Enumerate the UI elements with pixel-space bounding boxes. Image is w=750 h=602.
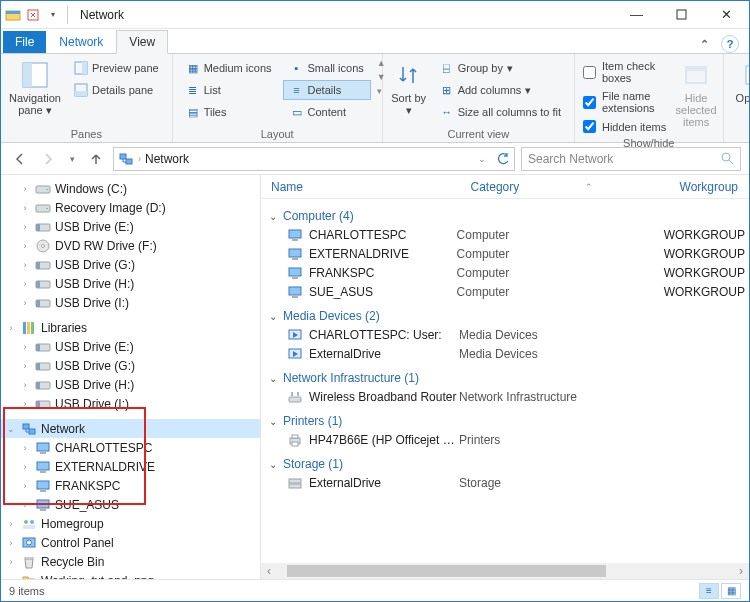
file-name-extensions-toggle[interactable]: File name extensions [581,88,672,116]
expand-icon[interactable]: › [19,481,31,491]
group-header[interactable]: ⌄Computer (4) [269,201,745,225]
list-item[interactable]: ExternalDrive Media Devices [269,344,745,363]
tree-item[interactable]: › Recovery Image (D:) [1,198,260,217]
collapse-group-icon[interactable]: ⌄ [269,459,277,470]
expand-icon[interactable]: › [19,380,31,390]
expand-icon[interactable]: › [19,184,31,194]
column-category[interactable]: Category⌃ [461,175,670,198]
refresh-button[interactable] [496,152,510,166]
collapse-group-icon[interactable]: ⌄ [269,373,277,384]
expand-icon[interactable]: › [19,462,31,472]
expand-icon[interactable]: › [19,399,31,409]
tree-item[interactable]: › Windows (C:) [1,179,260,198]
address-dropdown-icon[interactable]: ⌄ [472,154,492,164]
expand-icon[interactable]: › [5,538,17,548]
tree-item[interactable]: › USB Drive (E:) [1,217,260,236]
item-check-boxes-toggle[interactable]: Item check boxes [581,58,672,86]
column-name[interactable]: Name [261,175,461,198]
add-columns-button[interactable]: ⊞Add columns ▾ [433,80,568,100]
content-body[interactable]: ⌄Computer (4) CHARLOTTESPC Computer WORK… [261,199,749,563]
scroll-thumb[interactable] [287,565,606,577]
group-header[interactable]: ⌄Media Devices (2) [269,301,745,325]
list-item[interactable]: CHARLOTTESPC: User: Media Devices [269,325,745,344]
horizontal-scrollbar[interactable]: ‹ › [261,563,749,579]
list-item[interactable]: HP47B66E (HP Officejet Pro 251dw Printer… [269,430,745,449]
tree-item[interactable]: › Recycle Bin [1,552,260,571]
expand-icon[interactable]: › [19,203,31,213]
tree-item[interactable]: › Working .txt and .png [1,571,260,579]
collapse-group-icon[interactable]: ⌄ [269,416,277,427]
options-button[interactable]: Options▾ [730,58,750,116]
qat-dropdown-icon[interactable]: ▾ [45,7,61,23]
layout-tiles[interactable]: ▤Tiles [179,102,279,122]
help-icon[interactable]: ? [721,35,739,53]
list-item[interactable]: SUE_ASUS Computer WORKGROUP [269,282,745,301]
tab-view[interactable]: View [116,30,168,54]
layout-list[interactable]: ≣List [179,80,279,100]
tree-item[interactable]: › USB Drive (G:) [1,356,260,375]
view-large-icons-button[interactable]: ▦ [721,583,741,599]
layout-medium-icons[interactable]: ▦Medium icons [179,58,279,78]
tree-item[interactable]: › Homegroup [1,514,260,533]
list-item[interactable]: ExternalDrive Storage [269,473,745,492]
address-bar[interactable]: › Network ⌄ [113,147,515,171]
forward-button[interactable] [37,148,59,170]
expand-icon[interactable]: › [19,342,31,352]
layout-small-icons[interactable]: ▪Small icons [283,58,371,78]
search-box[interactable]: Search Network [521,147,741,171]
tree-network-pc[interactable]: › SUE_ASUS [1,495,260,514]
expand-icon[interactable]: › [19,500,31,510]
column-headers[interactable]: Name Category⌃ Workgroup [261,175,749,199]
minimize-button[interactable]: — [614,1,659,29]
expand-icon[interactable]: › [5,557,17,567]
tree-item[interactable]: › USB Drive (E:) [1,337,260,356]
navigation-tree[interactable]: › Windows (C:) › Recovery Image (D:) › U… [1,175,261,579]
expand-icon[interactable]: › [19,222,31,232]
expand-icon[interactable]: › [19,361,31,371]
expand-icon[interactable]: › [5,323,17,333]
preview-pane-button[interactable]: Preview pane [67,58,166,78]
expand-icon[interactable]: ⌄ [5,424,17,434]
list-item[interactable]: CHARLOTTESPC Computer WORKGROUP [269,225,745,244]
column-workgroup[interactable]: Workgroup [670,175,749,198]
sort-by-button[interactable]: Sort by ▾ [389,58,429,116]
details-pane-button[interactable]: Details pane [67,80,166,100]
layout-details[interactable]: ≡Details [283,80,371,100]
list-item[interactable]: Wireless Broadband Router Network Infras… [269,387,745,406]
tree-network[interactable]: ⌄ Network [1,419,260,438]
expand-icon[interactable]: › [19,260,31,270]
navigation-pane-button[interactable]: Navigation pane ▾ [7,58,63,116]
list-item[interactable]: FRANKSPC Computer WORKGROUP [269,263,745,282]
scroll-left-icon[interactable]: ‹ [261,564,277,578]
tab-file[interactable]: File [3,31,46,53]
group-header[interactable]: ⌄Printers (1) [269,406,745,430]
expand-icon[interactable]: › [19,279,31,289]
qat-properties-icon[interactable] [25,7,41,23]
tree-item[interactable]: › USB Drive (H:) [1,274,260,293]
group-by-button[interactable]: ⌸Group by ▾ [433,58,568,78]
tab-network[interactable]: Network [46,30,116,54]
recent-locations-button[interactable]: ▾ [65,148,79,170]
expand-icon[interactable]: › [5,519,17,529]
tree-network-pc[interactable]: › EXTERNALDRIVE [1,457,260,476]
maximize-button[interactable] [659,1,704,29]
up-button[interactable] [85,148,107,170]
expand-icon[interactable]: › [19,298,31,308]
expand-icon[interactable]: › [19,241,31,251]
tree-item[interactable]: › USB Drive (H:) [1,375,260,394]
size-all-columns-button[interactable]: ↔Size all columns to fit [433,102,568,122]
view-details-button[interactable]: ≡ [699,583,719,599]
close-button[interactable]: ✕ [704,1,749,29]
collapse-group-icon[interactable]: ⌄ [269,311,277,322]
hide-selected-items-button[interactable]: Hide selected items [676,58,717,128]
group-header[interactable]: ⌄Storage (1) [269,449,745,473]
group-header[interactable]: ⌄Network Infrastructure (1) [269,363,745,387]
tree-item[interactable]: › DVD RW Drive (F:) [1,236,260,255]
expand-icon[interactable]: › [19,443,31,453]
tree-network-pc[interactable]: › CHARLOTTESPC [1,438,260,457]
scroll-right-icon[interactable]: › [733,564,749,578]
list-item[interactable]: EXTERNALDRIVE Computer WORKGROUP [269,244,745,263]
expand-icon[interactable]: › [5,576,17,580]
back-button[interactable] [9,148,31,170]
tree-item[interactable]: › USB Drive (G:) [1,255,260,274]
